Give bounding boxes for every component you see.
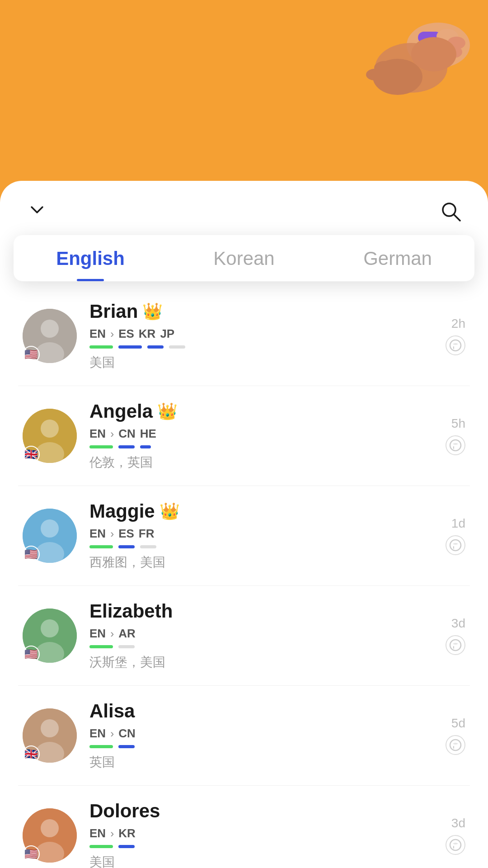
user-location: 伦敦，英国: [89, 454, 417, 471]
svg-point-38: [41, 819, 59, 837]
list-item[interactable]: 🇬🇧Angela👑EN›CNHE伦敦，英国5h: [18, 386, 470, 486]
chat-icon[interactable]: [446, 835, 465, 855]
svg-point-25: [450, 540, 461, 551]
lang-tag: EN: [89, 826, 106, 840]
flag-badge: 🇺🇸: [23, 546, 40, 563]
lang-bars: [89, 645, 417, 649]
tab-german[interactable]: German: [321, 248, 474, 281]
svg-point-35: [450, 740, 461, 750]
header-area: [0, 0, 488, 172]
user-time: 5d: [451, 716, 465, 731]
svg-point-20: [450, 440, 461, 451]
dropdown-arrow-icon[interactable]: [29, 202, 45, 222]
proficiency-bar: [118, 345, 142, 349]
search-title[interactable]: [23, 202, 45, 222]
search-button[interactable]: [436, 197, 465, 226]
user-meta: 2h: [429, 316, 465, 355]
svg-point-23: [41, 519, 59, 538]
lang-tag: KR: [118, 826, 136, 840]
user-time: 3d: [451, 816, 465, 830]
proficiency-bar: [118, 545, 135, 548]
lang-tag: EN: [89, 427, 106, 441]
list-item[interactable]: 🇺🇸Brian👑EN›ESKRJP美国2h: [18, 286, 470, 386]
user-info: Angela👑EN›CNHE伦敦，英国: [89, 401, 417, 471]
proficiency-bar: [89, 845, 113, 848]
chat-icon[interactable]: [446, 535, 465, 555]
search-bar: [0, 181, 488, 226]
handshake-icon: [348, 9, 474, 136]
lang-tag: EN: [89, 627, 106, 641]
proficiency-bar: [147, 345, 164, 349]
chat-icon[interactable]: [446, 635, 465, 655]
proficiency-bar: [89, 645, 113, 648]
lang-tag: EN: [89, 726, 106, 741]
proficiency-bar: [118, 845, 135, 848]
proficiency-bar: [89, 545, 113, 548]
proficiency-bar: [118, 745, 135, 748]
user-location: 美国: [89, 854, 417, 868]
lang-tag: CN: [118, 726, 136, 741]
lang-tags-row: EN›CNHE: [89, 427, 417, 441]
avatar: 🇬🇧: [23, 708, 77, 763]
user-info: AlisaEN›CN英国: [89, 700, 417, 771]
language-tabs-dropdown: English Korean German: [14, 235, 474, 282]
arrow-icon: ›: [110, 328, 114, 340]
user-name: Dolores: [89, 800, 160, 822]
arrow-icon: ›: [110, 428, 114, 440]
user-meta: 1d: [429, 516, 465, 555]
tab-korean[interactable]: Korean: [167, 248, 321, 281]
list-item[interactable]: 🇺🇸ElizabethEN›AR沃斯堡，美国3d: [18, 586, 470, 686]
svg-point-28: [41, 619, 59, 637]
lang-tag: ES: [118, 327, 134, 341]
list-item[interactable]: 🇺🇸Maggie👑EN›ESFR西雅图，美国1d: [18, 486, 470, 586]
flag-badge: 🇺🇸: [23, 845, 40, 863]
svg-point-15: [450, 340, 461, 351]
proficiency-bar: [169, 345, 185, 349]
user-name: Maggie: [89, 500, 155, 522]
lang-tag: ES: [118, 527, 134, 541]
lang-bars: [89, 445, 417, 449]
user-time: 5h: [451, 416, 465, 431]
lang-tag: CN: [118, 427, 136, 441]
lang-tags-row: EN›ESKRJP: [89, 327, 417, 341]
tab-english[interactable]: English: [14, 248, 167, 281]
svg-point-9: [366, 69, 384, 80]
chat-icon[interactable]: [446, 335, 465, 355]
user-info: Brian👑EN›ESKRJP美国: [89, 301, 417, 371]
svg-point-18: [41, 420, 59, 438]
main-card: English Korean German 🇺🇸Brian👑EN›ESKRJP美…: [0, 181, 488, 868]
lang-tag: HE: [140, 427, 156, 441]
proficiency-bar: [140, 545, 156, 548]
lang-bars: [89, 545, 417, 549]
user-info: DoloresEN›KR美国: [89, 800, 417, 868]
avatar: 🇺🇸: [23, 609, 77, 663]
lang-tag: JP: [160, 327, 174, 341]
lang-bars: [89, 845, 417, 849]
avatar: 🇺🇸: [23, 309, 77, 363]
flag-badge: 🇺🇸: [23, 346, 40, 363]
svg-point-6: [411, 37, 456, 71]
user-info: Maggie👑EN›ESFR西雅图，美国: [89, 500, 417, 571]
proficiency-bar: [89, 445, 113, 448]
proficiency-bar: [118, 445, 135, 448]
lang-tags-row: EN›ESFR: [89, 527, 417, 541]
user-info: ElizabethEN›AR沃斯堡，美国: [89, 600, 417, 671]
proficiency-bar: [140, 445, 151, 448]
user-time: 3d: [451, 616, 465, 631]
lang-tags-row: EN›KR: [89, 826, 417, 840]
crown-icon: 👑: [160, 502, 180, 521]
user-meta: 5h: [429, 416, 465, 455]
chat-icon[interactable]: [446, 735, 465, 755]
svg-point-13: [41, 320, 59, 338]
user-time: 2h: [451, 316, 465, 331]
list-item[interactable]: 🇬🇧AlisaEN›CN英国5d: [18, 686, 470, 786]
crown-icon: 👑: [142, 302, 163, 321]
arrow-icon: ›: [110, 627, 114, 640]
chat-icon[interactable]: [446, 435, 465, 455]
lang-tag: FR: [139, 527, 155, 541]
user-name: Brian: [89, 301, 138, 322]
user-meta: 5d: [429, 716, 465, 755]
lang-bars: [89, 345, 417, 349]
list-item[interactable]: 🇺🇸DoloresEN›KR美国3d: [18, 786, 470, 868]
arrow-icon: ›: [110, 827, 114, 840]
